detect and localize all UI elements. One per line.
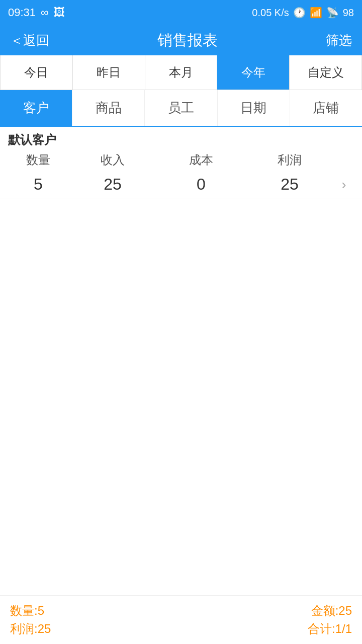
col-header-qty: 数量 [8, 152, 68, 168]
cell-revenue: 25 [68, 175, 157, 194]
footer-left: 数量:5 利润:25 [10, 603, 51, 637]
row-chevron-right-icon[interactable]: › [334, 177, 354, 193]
category-tab-customer[interactable]: 客户 [0, 90, 72, 126]
period-tab-yesterday[interactable]: 昨日 [73, 55, 145, 90]
footer-total: 合计:1/1 [308, 621, 352, 637]
status-signal-icon: 📡 [326, 7, 339, 19]
row-label: 默认客户 [0, 127, 362, 150]
cell-cost: 0 [157, 175, 245, 194]
period-tab-custom[interactable]: 自定义 [290, 55, 361, 90]
status-image-icon: 🖼 [54, 6, 65, 19]
category-tab-store[interactable]: 店铺 [290, 90, 362, 126]
table-column-headers: 数量 收入 成本 利润 [0, 150, 362, 170]
status-network: 0.05 K/s [252, 7, 289, 19]
app-header: ＜返回 销售报表 筛选 [0, 25, 362, 55]
period-tab-month[interactable]: 本月 [145, 55, 218, 90]
col-header-profit: 利润 [245, 152, 334, 168]
status-time: 09:31 [8, 6, 36, 19]
status-bar: 09:31 ∞ 🖼 0.05 K/s 🕐 📶 📡 98 [0, 0, 362, 25]
status-right: 0.05 K/s 🕐 📶 📡 98 [252, 7, 354, 19]
table-row[interactable]: 5 25 0 25 › [0, 170, 362, 199]
col-header-revenue: 收入 [68, 152, 157, 168]
status-clock-icon: 🕐 [293, 7, 306, 19]
status-left: 09:31 ∞ 🖼 [8, 6, 65, 19]
status-infinity-icon: ∞ [41, 6, 49, 19]
period-tabs: 今日 昨日 本月 今年 自定义 [0, 55, 362, 90]
status-wifi-icon: 📶 [310, 7, 322, 19]
footer-qty: 数量:5 [10, 603, 51, 619]
status-battery: 98 [343, 7, 354, 19]
cell-profit: 25 [245, 175, 334, 194]
footer: 数量:5 利润:25 金额:25 合计:1/1 [0, 595, 362, 644]
cell-qty: 5 [8, 175, 68, 194]
footer-right: 金额:25 合计:1/1 [308, 603, 352, 637]
period-tab-year[interactable]: 今年 [217, 55, 290, 90]
page-title: 销售报表 [157, 30, 218, 51]
table-container: 默认客户 数量 收入 成本 利润 5 25 0 25 › [0, 127, 362, 595]
col-header-arrow [334, 152, 354, 168]
col-header-cost: 成本 [157, 152, 245, 168]
category-tab-product[interactable]: 商品 [72, 90, 145, 126]
period-tab-today[interactable]: 今日 [1, 55, 73, 90]
category-tab-date[interactable]: 日期 [218, 90, 290, 126]
footer-amount: 金额:25 [311, 603, 352, 619]
footer-profit: 利润:25 [10, 621, 51, 637]
filter-button[interactable]: 筛选 [326, 32, 352, 49]
category-tab-staff[interactable]: 员工 [145, 90, 217, 126]
back-button[interactable]: ＜返回 [10, 32, 49, 49]
category-tabs: 客户 商品 员工 日期 店铺 [0, 90, 362, 127]
